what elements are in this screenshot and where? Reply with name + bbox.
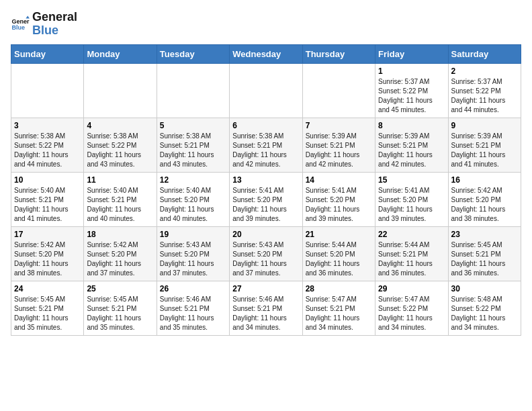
calendar-cell: 2Sunrise: 5:37 AM Sunset: 5:22 PM Daylig… — [448, 63, 521, 118]
weekday-header-thursday: Thursday — [302, 44, 375, 63]
day-number: 20 — [232, 230, 299, 239]
calendar-cell: 26Sunrise: 5:46 AM Sunset: 5:21 PM Dayli… — [157, 281, 229, 335]
day-number: 13 — [232, 175, 299, 185]
calendar-cell — [84, 63, 157, 118]
day-info: Sunrise: 5:47 AM Sunset: 5:22 PM Dayligh… — [378, 295, 445, 332]
calendar-cell: 1Sunrise: 5:37 AM Sunset: 5:22 PM Daylig… — [375, 63, 448, 118]
day-number: 25 — [87, 284, 153, 293]
day-info: Sunrise: 5:39 AM Sunset: 5:21 PM Dayligh… — [378, 132, 445, 169]
calendar-cell: 29Sunrise: 5:47 AM Sunset: 5:22 PM Dayli… — [375, 281, 448, 335]
calendar-cell: 14Sunrise: 5:41 AM Sunset: 5:20 PM Dayli… — [302, 172, 375, 226]
logo-icon: General Blue — [11, 15, 30, 34]
day-info: Sunrise: 5:47 AM Sunset: 5:21 PM Dayligh… — [306, 295, 372, 332]
calendar-cell: 20Sunrise: 5:43 AM Sunset: 5:20 PM Dayli… — [230, 226, 302, 281]
calendar-cell — [11, 63, 84, 118]
day-number: 18 — [87, 230, 153, 239]
day-info: Sunrise: 5:40 AM Sunset: 5:20 PM Dayligh… — [160, 186, 226, 224]
day-number: 7 — [306, 121, 372, 130]
day-number: 3 — [14, 121, 81, 130]
day-info: Sunrise: 5:37 AM Sunset: 5:22 PM Dayligh… — [378, 77, 445, 115]
calendar-cell: 30Sunrise: 5:48 AM Sunset: 5:22 PM Dayli… — [448, 281, 521, 335]
day-info: Sunrise: 5:38 AM Sunset: 5:21 PM Dayligh… — [160, 132, 226, 169]
day-info: Sunrise: 5:41 AM Sunset: 5:20 PM Dayligh… — [378, 186, 445, 224]
calendar-cell — [230, 63, 302, 118]
calendar-cell: 7Sunrise: 5:39 AM Sunset: 5:21 PM Daylig… — [302, 118, 375, 172]
svg-marker-2 — [26, 15, 30, 18]
weekday-header-sunday: Sunday — [11, 44, 84, 63]
day-number: 29 — [378, 284, 445, 293]
calendar-cell: 23Sunrise: 5:45 AM Sunset: 5:21 PM Dayli… — [448, 226, 521, 281]
day-number: 24 — [14, 284, 81, 293]
day-info: Sunrise: 5:45 AM Sunset: 5:21 PM Dayligh… — [451, 240, 518, 278]
calendar-cell: 8Sunrise: 5:39 AM Sunset: 5:21 PM Daylig… — [375, 118, 448, 172]
day-info: Sunrise: 5:41 AM Sunset: 5:20 PM Dayligh… — [306, 186, 372, 224]
calendar-cell: 15Sunrise: 5:41 AM Sunset: 5:20 PM Dayli… — [375, 172, 448, 226]
day-number: 5 — [160, 121, 226, 130]
day-number: 14 — [306, 175, 372, 185]
day-info: Sunrise: 5:40 AM Sunset: 5:21 PM Dayligh… — [87, 186, 153, 224]
day-info: Sunrise: 5:42 AM Sunset: 5:20 PM Dayligh… — [14, 240, 81, 278]
weekday-header-tuesday: Tuesday — [157, 44, 229, 63]
day-info: Sunrise: 5:38 AM Sunset: 5:21 PM Dayligh… — [232, 132, 299, 169]
day-number: 21 — [306, 230, 372, 239]
week-row-5: 24Sunrise: 5:45 AM Sunset: 5:21 PM Dayli… — [11, 281, 521, 335]
calendar-cell: 6Sunrise: 5:38 AM Sunset: 5:21 PM Daylig… — [230, 118, 302, 172]
calendar-cell: 22Sunrise: 5:44 AM Sunset: 5:21 PM Dayli… — [375, 226, 448, 281]
weekday-header-wednesday: Wednesday — [230, 44, 302, 63]
week-row-2: 3Sunrise: 5:38 AM Sunset: 5:22 PM Daylig… — [11, 118, 521, 172]
day-info: Sunrise: 5:44 AM Sunset: 5:21 PM Dayligh… — [378, 240, 445, 278]
calendar-cell: 27Sunrise: 5:46 AM Sunset: 5:21 PM Dayli… — [230, 281, 302, 335]
day-number: 27 — [232, 284, 299, 293]
day-info: Sunrise: 5:46 AM Sunset: 5:21 PM Dayligh… — [160, 295, 226, 332]
day-info: Sunrise: 5:42 AM Sunset: 5:20 PM Dayligh… — [451, 186, 518, 224]
day-info: Sunrise: 5:39 AM Sunset: 5:21 PM Dayligh… — [451, 132, 518, 169]
day-info: Sunrise: 5:39 AM Sunset: 5:21 PM Dayligh… — [306, 132, 372, 169]
calendar-cell: 17Sunrise: 5:42 AM Sunset: 5:20 PM Dayli… — [11, 226, 84, 281]
calendar-cell: 16Sunrise: 5:42 AM Sunset: 5:20 PM Dayli… — [448, 172, 521, 226]
week-row-1: 1Sunrise: 5:37 AM Sunset: 5:22 PM Daylig… — [11, 63, 521, 118]
day-info: Sunrise: 5:44 AM Sunset: 5:20 PM Dayligh… — [306, 240, 372, 278]
weekday-header-friday: Friday — [375, 44, 448, 63]
svg-text:Blue: Blue — [11, 24, 25, 31]
calendar-cell: 4Sunrise: 5:38 AM Sunset: 5:22 PM Daylig… — [84, 118, 157, 172]
day-number: 2 — [451, 66, 518, 76]
calendar-cell: 9Sunrise: 5:39 AM Sunset: 5:21 PM Daylig… — [448, 118, 521, 172]
calendar-cell: 18Sunrise: 5:42 AM Sunset: 5:20 PM Dayli… — [84, 226, 157, 281]
day-number: 17 — [14, 230, 81, 239]
day-info: Sunrise: 5:45 AM Sunset: 5:21 PM Dayligh… — [87, 295, 153, 332]
calendar-table: SundayMondayTuesdayWednesdayThursdayFrid… — [11, 44, 521, 336]
day-info: Sunrise: 5:41 AM Sunset: 5:20 PM Dayligh… — [232, 186, 299, 224]
svg-text:General: General — [11, 17, 30, 24]
calendar-cell: 28Sunrise: 5:47 AM Sunset: 5:21 PM Dayli… — [302, 281, 375, 335]
calendar-cell: 5Sunrise: 5:38 AM Sunset: 5:21 PM Daylig… — [157, 118, 229, 172]
day-number: 26 — [160, 284, 226, 293]
logo: General Blue GeneralBlue — [11, 11, 77, 38]
day-info: Sunrise: 5:43 AM Sunset: 5:20 PM Dayligh… — [232, 240, 299, 278]
day-info: Sunrise: 5:40 AM Sunset: 5:21 PM Dayligh… — [14, 186, 81, 224]
calendar-cell: 19Sunrise: 5:43 AM Sunset: 5:20 PM Dayli… — [157, 226, 229, 281]
calendar-cell: 21Sunrise: 5:44 AM Sunset: 5:20 PM Dayli… — [302, 226, 375, 281]
day-number: 1 — [378, 66, 445, 76]
day-info: Sunrise: 5:42 AM Sunset: 5:20 PM Dayligh… — [87, 240, 153, 278]
day-number: 8 — [378, 121, 445, 130]
calendar-cell: 10Sunrise: 5:40 AM Sunset: 5:21 PM Dayli… — [11, 172, 84, 226]
calendar-cell — [157, 63, 229, 118]
weekday-header-saturday: Saturday — [448, 44, 521, 63]
day-info: Sunrise: 5:43 AM Sunset: 5:20 PM Dayligh… — [160, 240, 226, 278]
calendar-cell: 25Sunrise: 5:45 AM Sunset: 5:21 PM Dayli… — [84, 281, 157, 335]
day-number: 16 — [451, 175, 518, 185]
day-info: Sunrise: 5:45 AM Sunset: 5:21 PM Dayligh… — [14, 295, 81, 332]
day-number: 15 — [378, 175, 445, 185]
day-info: Sunrise: 5:48 AM Sunset: 5:22 PM Dayligh… — [451, 295, 518, 332]
calendar-cell: 11Sunrise: 5:40 AM Sunset: 5:21 PM Dayli… — [84, 172, 157, 226]
calendar-cell — [302, 63, 375, 118]
day-number: 22 — [378, 230, 445, 239]
day-number: 23 — [451, 230, 518, 239]
day-number: 12 — [160, 175, 226, 185]
day-info: Sunrise: 5:38 AM Sunset: 5:22 PM Dayligh… — [14, 132, 81, 169]
day-info: Sunrise: 5:37 AM Sunset: 5:22 PM Dayligh… — [451, 77, 518, 115]
calendar-cell: 3Sunrise: 5:38 AM Sunset: 5:22 PM Daylig… — [11, 118, 84, 172]
day-number: 9 — [451, 121, 518, 130]
day-info: Sunrise: 5:46 AM Sunset: 5:21 PM Dayligh… — [232, 295, 299, 332]
weekday-header-monday: Monday — [84, 44, 157, 63]
